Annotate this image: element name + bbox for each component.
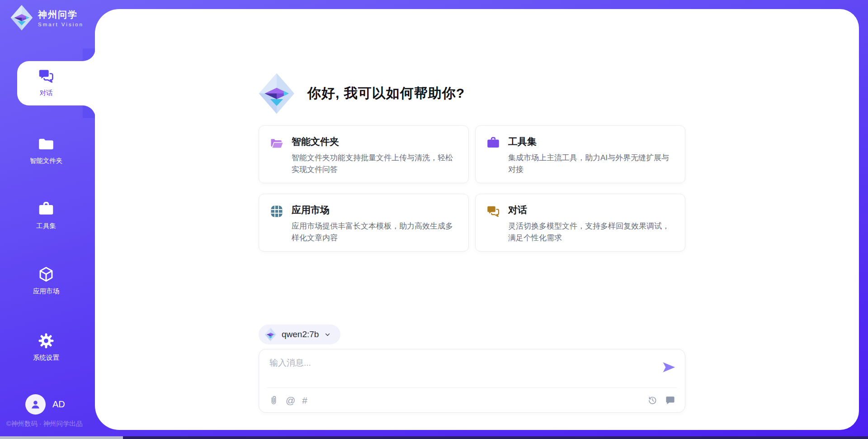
- sidebar-item-smart-folder[interactable]: 智能文件夹: [0, 136, 92, 165]
- card-description: 智能文件夹功能支持批量文件上传与清洗，轻松实现文件问答: [292, 152, 460, 176]
- sidebar-item-label: 智能文件夹: [30, 157, 63, 165]
- conversation-button[interactable]: [665, 395, 675, 406]
- sidebar-item-label: 对话: [40, 89, 53, 97]
- shortcut-cards: 智能文件夹 智能文件夹功能支持批量文件上传与清洗，轻松实现文件问答 工具集 集成…: [259, 125, 686, 252]
- chevron-down-icon: [324, 331, 331, 339]
- sidebar-item-label: 系统设置: [33, 353, 59, 362]
- send-button[interactable]: [661, 360, 676, 375]
- at-icon: @: [286, 395, 295, 406]
- chat-icon: [38, 68, 54, 84]
- sidebar-item-chat[interactable]: 对话: [0, 68, 92, 97]
- chat-bubble-icon: [665, 395, 675, 406]
- user-profile[interactable]: AD: [25, 394, 65, 415]
- topic-button[interactable]: #: [302, 395, 307, 406]
- tab-fillet-top: [83, 48, 95, 61]
- card-description: 灵活切换多模型文件，支持多样回复效果调试，满足个性化需求: [508, 220, 676, 244]
- card-app-market[interactable]: 应用市场 应用市场提供丰富长文本模板，助力高效生成多样化文章内容: [259, 194, 469, 252]
- mention-button[interactable]: @: [286, 395, 295, 406]
- greeting-section: 你好, 我可以如何帮助你?: [258, 72, 465, 115]
- attach-button[interactable]: [269, 395, 279, 406]
- card-title: 工具集: [508, 135, 676, 148]
- scrollbar-thumb[interactable]: [0, 436, 123, 439]
- sidebar-item-app-market[interactable]: 应用市场: [0, 266, 92, 296]
- history-button[interactable]: [647, 395, 658, 406]
- toolbox-icon: [486, 136, 500, 150]
- message-input[interactable]: [269, 356, 653, 382]
- card-title: 对话: [508, 204, 676, 216]
- sidebar-item-label: 应用市场: [33, 287, 59, 296]
- model-name: qwen2:7b: [282, 329, 319, 339]
- card-title: 应用市场: [292, 204, 460, 216]
- card-smart-folder[interactable]: 智能文件夹 智能文件夹功能支持批量文件上传与清洗，轻松实现文件问答: [259, 125, 469, 183]
- chat-icon: [486, 205, 500, 218]
- model-gem-icon: [264, 328, 277, 341]
- cube-icon: [38, 266, 54, 282]
- brand-subtitle: Smart Vision: [38, 22, 84, 27]
- user-initials: AD: [52, 399, 65, 410]
- brand-gem-icon: [10, 5, 33, 31]
- tab-fillet-bottom: [83, 105, 95, 118]
- grid-cube-icon: [270, 205, 283, 218]
- sidebar-item-label: 工具集: [36, 222, 56, 230]
- brand-name: 神州问学: [38, 9, 84, 21]
- person-icon: [29, 398, 42, 410]
- card-toolset[interactable]: 工具集 集成市场上主流工具，助力AI与外界无缝扩展与对接: [475, 125, 685, 183]
- card-chat[interactable]: 对话 灵活切换多模型文件，支持多样回复效果调试，满足个性化需求: [475, 194, 685, 252]
- toolbox-icon: [38, 201, 54, 217]
- sidebar-item-settings[interactable]: 系统设置: [0, 333, 92, 362]
- model-selector[interactable]: qwen2:7b: [259, 324, 340, 344]
- brand-logo[interactable]: 神州问学 Smart Vision: [10, 5, 84, 31]
- hash-icon: #: [302, 395, 307, 406]
- greeting-gem-icon: [258, 72, 296, 115]
- message-composer: @ #: [259, 349, 685, 413]
- greeting-title: 你好, 我可以如何帮助你?: [307, 84, 465, 103]
- composer-toolbar: @ #: [269, 388, 675, 413]
- avatar: [25, 394, 46, 415]
- gear-icon: [38, 333, 54, 349]
- main-panel: 你好, 我可以如何帮助你? 智能文件夹 智能文件夹功能支持批量文件上传与清洗，轻…: [95, 9, 859, 430]
- card-title: 智能文件夹: [292, 135, 460, 148]
- card-description: 应用市场提供丰富长文本模板，助力高效生成多样化文章内容: [292, 220, 460, 244]
- sidebar-item-toolset[interactable]: 工具集: [0, 201, 92, 230]
- card-description: 集成市场上主流工具，助力AI与外界无缝扩展与对接: [508, 152, 676, 176]
- horizontal-scrollbar[interactable]: [0, 436, 868, 439]
- folder-icon: [38, 136, 54, 152]
- paperclip-icon: [269, 395, 279, 406]
- copyright-footer: ©神州数码 · 神州问学出品: [6, 420, 83, 428]
- open-folder-icon: [270, 136, 283, 150]
- history-icon: [647, 395, 658, 406]
- send-icon: [661, 360, 676, 375]
